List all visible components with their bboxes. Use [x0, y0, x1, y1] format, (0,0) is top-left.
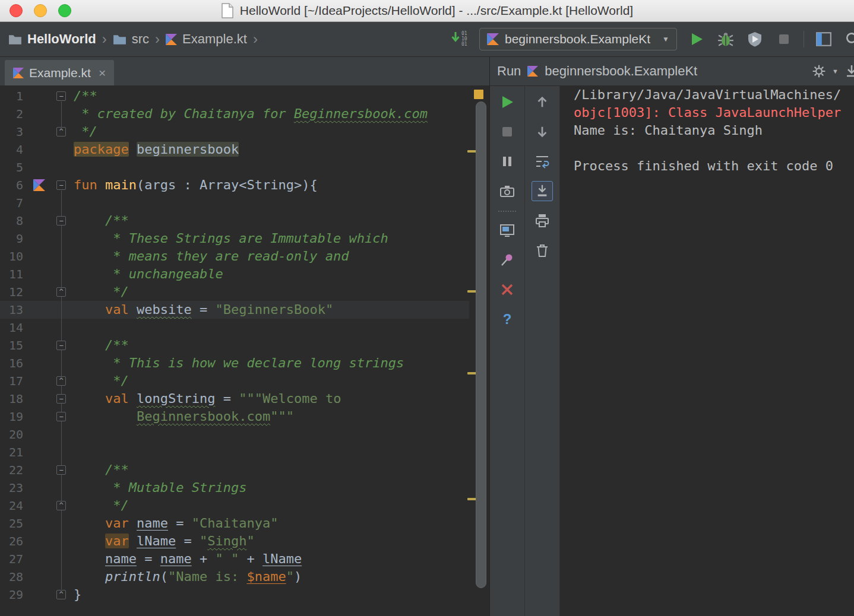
- code-line[interactable]: 15− /**: [0, 336, 469, 354]
- warning-stripe-mark[interactable]: [467, 150, 476, 153]
- print-icon[interactable]: [532, 211, 553, 231]
- code-line[interactable]: 6−fun main(args : Array<String>){: [0, 176, 469, 194]
- code-line[interactable]: 28 println("Name is: $name"): [0, 568, 469, 586]
- line-number: 2: [0, 105, 26, 123]
- scroll-to-end-icon[interactable]: [532, 181, 553, 201]
- breadcrumb-src[interactable]: src: [113, 31, 149, 47]
- code-line[interactable]: 14: [0, 319, 469, 336]
- code-line[interactable]: 21: [0, 443, 469, 461]
- warning-stripe-mark[interactable]: [467, 290, 476, 293]
- console-output[interactable]: /Library/Java/JavaVirtualMachines/objc[1…: [560, 86, 854, 616]
- fold-marker[interactable]: −: [52, 408, 70, 426]
- fold-marker[interactable]: −: [52, 336, 70, 354]
- close-panel-icon[interactable]: [496, 280, 518, 300]
- gutter-space: [26, 568, 52, 586]
- rerun-button[interactable]: [496, 92, 518, 112]
- fold-marker[interactable]: −: [52, 461, 70, 479]
- gutter-space: [26, 426, 52, 443]
- fold-marker[interactable]: ^: [52, 497, 70, 515]
- fold-marker[interactable]: −: [52, 176, 70, 194]
- soft-wrap-icon[interactable]: [532, 151, 553, 172]
- code-text: */: [70, 497, 129, 515]
- toolbar-separator: [498, 211, 516, 212]
- zoom-window-button[interactable]: [58, 4, 71, 17]
- settings-gear-icon[interactable]: [809, 62, 828, 81]
- line-number: 7: [0, 194, 26, 212]
- breadcrumb-label[interactable]: src: [132, 31, 149, 47]
- run-button[interactable]: [687, 30, 706, 49]
- code-line[interactable]: 3^ */: [0, 123, 469, 141]
- fold-marker[interactable]: ^: [52, 586, 70, 604]
- code-line[interactable]: 9 * These Strings are Immutable which: [0, 230, 469, 247]
- warning-stripe-mark[interactable]: [467, 372, 476, 374]
- breadcrumb-project[interactable]: HelloWorld: [8, 31, 96, 47]
- code-line[interactable]: 16 * This is how we declare long strings: [0, 354, 469, 372]
- fold-marker[interactable]: −: [52, 212, 70, 230]
- prev-occurrence-icon[interactable]: [532, 92, 553, 112]
- thread-dump-icon[interactable]: [496, 181, 518, 201]
- code-line[interactable]: 13 val website = "BeginnersBook": [0, 301, 469, 319]
- code-line[interactable]: 20: [0, 426, 469, 443]
- breadcrumb-label[interactable]: Example.kt: [182, 31, 247, 47]
- close-tab-icon[interactable]: ×: [99, 66, 106, 80]
- run-configuration-select[interactable]: beginnersbook.ExampleKt ▼: [479, 28, 677, 50]
- code-line[interactable]: 27 name = name + " " + lName: [0, 550, 469, 568]
- close-window-button[interactable]: [10, 4, 23, 17]
- code-line[interactable]: 26 var lName = "Singh": [0, 532, 469, 550]
- fold-marker[interactable]: ^: [52, 372, 70, 390]
- editor[interactable]: 1−/**2 * created by Chaitanya for Beginn…: [0, 86, 489, 616]
- code-line[interactable]: 29^}: [0, 586, 469, 604]
- code-line[interactable]: 1−/**: [0, 87, 469, 105]
- code-line[interactable]: 17^ */: [0, 372, 469, 390]
- code-lines: 1−/**2 * created by Chaitanya for Beginn…: [0, 87, 489, 604]
- code-line[interactable]: 8− /**: [0, 212, 469, 230]
- run-line-marker[interactable]: [26, 176, 52, 194]
- stop-button[interactable]: [774, 30, 793, 49]
- minimize-window-button[interactable]: [34, 4, 47, 17]
- code-text: * created by Chaitanya for Beginnersbook…: [70, 105, 428, 123]
- next-occurrence-icon[interactable]: [532, 122, 553, 142]
- search-everywhere-icon[interactable]: [843, 30, 854, 49]
- download-binary-icon[interactable]: 01 10 01: [450, 30, 469, 49]
- coverage-button[interactable]: [745, 30, 764, 49]
- code-line[interactable]: 12^ */: [0, 283, 469, 301]
- hide-panel-icon[interactable]: [842, 62, 854, 81]
- folder-icon: [8, 34, 22, 45]
- warnings-indicator[interactable]: [474, 90, 483, 99]
- code-line[interactable]: 5: [0, 158, 469, 176]
- project-structure-icon[interactable]: [814, 30, 833, 49]
- clear-all-icon[interactable]: [532, 240, 553, 261]
- run-tool-window-header[interactable]: Run beginnersbook.ExampleKt: [490, 57, 854, 86]
- gutter-space: [26, 586, 52, 604]
- code-line[interactable]: 11 * unchangeable: [0, 265, 469, 283]
- warning-stripe-mark[interactable]: [467, 498, 476, 500]
- pin-tab-icon[interactable]: [496, 250, 518, 270]
- restore-layout-icon[interactable]: [496, 220, 518, 240]
- code-text: name = name + " " + lName: [70, 550, 302, 568]
- code-line[interactable]: 25 var name = "Chaitanya": [0, 515, 469, 532]
- window-controls: [10, 4, 71, 17]
- help-icon[interactable]: ?: [496, 309, 518, 329]
- tab-example-kt[interactable]: Example.kt ×: [5, 60, 114, 85]
- code-line[interactable]: 19− Beginnersbook.com""": [0, 408, 469, 426]
- code-line[interactable]: 22− /**: [0, 461, 469, 479]
- code-line[interactable]: 10 * means they are read-only and: [0, 247, 469, 265]
- debug-button[interactable]: [716, 30, 735, 49]
- breadcrumb-file[interactable]: Example.kt: [166, 31, 247, 47]
- code-line[interactable]: 2 * created by Chaitanya for Beginnersbo…: [0, 105, 469, 123]
- code-line[interactable]: 24^ */: [0, 497, 469, 515]
- stop-button[interactable]: [496, 122, 518, 142]
- code-line[interactable]: 7: [0, 194, 469, 212]
- fold-marker[interactable]: ^: [52, 123, 70, 141]
- breadcrumb-label[interactable]: HelloWorld: [27, 31, 96, 47]
- gutter-space: [26, 354, 52, 372]
- pause-output-button[interactable]: [496, 151, 518, 172]
- code-line[interactable]: 4package beginnersbook: [0, 141, 469, 158]
- fold-marker[interactable]: ^: [52, 283, 70, 301]
- fold-marker[interactable]: −: [52, 87, 70, 105]
- code-line[interactable]: 23 * Mutable Strings: [0, 479, 469, 497]
- line-number: 12: [0, 283, 26, 301]
- fold-marker[interactable]: −: [52, 390, 70, 408]
- code-line[interactable]: 18− val longString = """Welcome to: [0, 390, 469, 408]
- editor-scrollbar[interactable]: [476, 101, 486, 588]
